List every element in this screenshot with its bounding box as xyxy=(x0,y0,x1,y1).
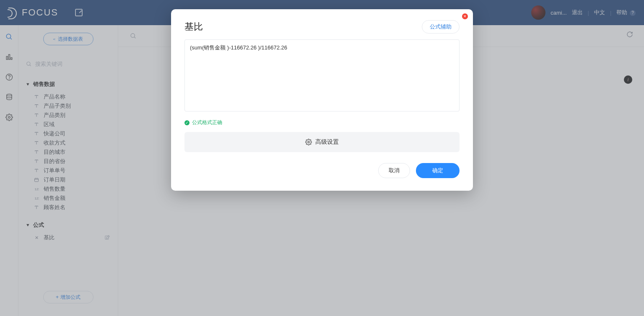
formula-input[interactable] xyxy=(184,39,460,111)
close-icon[interactable]: ✕ xyxy=(462,13,468,19)
svg-point-60 xyxy=(308,141,309,143)
formula-modal: ✕ 基比 公式辅助 ✓ 公式格式正确 高级设置 取消 确定 xyxy=(171,9,473,191)
status-text: 公式格式正确 xyxy=(192,119,222,126)
modal-overlay: ✕ 基比 公式辅助 ✓ 公式格式正确 高级设置 取消 确定 xyxy=(0,0,644,316)
formula-assist-button[interactable]: 公式辅助 xyxy=(422,20,460,34)
status-row: ✓ 公式格式正确 xyxy=(184,119,460,126)
advanced-settings-button[interactable]: 高级设置 xyxy=(184,132,460,152)
cancel-button[interactable]: 取消 xyxy=(378,163,410,178)
ok-button[interactable]: 确定 xyxy=(416,163,460,178)
gear-icon xyxy=(305,139,312,145)
modal-title: 基比 xyxy=(184,21,203,33)
advanced-label: 高级设置 xyxy=(315,138,339,146)
check-icon: ✓ xyxy=(184,120,190,125)
